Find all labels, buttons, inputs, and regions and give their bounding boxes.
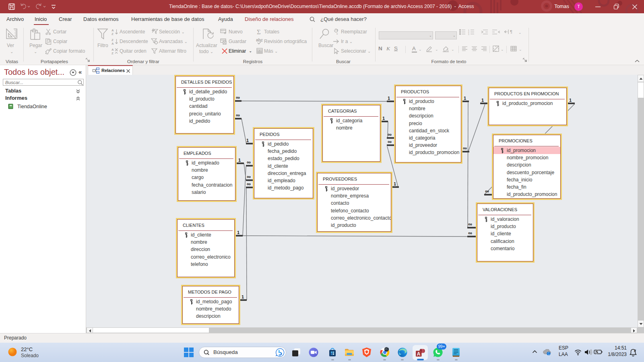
svg-text:c: c (336, 32, 338, 35)
svg-text:1: 1 (246, 138, 249, 143)
svg-text:Z: Z (111, 32, 114, 35)
svg-text:∞: ∞ (236, 112, 240, 118)
svg-text:∞: ∞ (388, 138, 392, 145)
svg-text:¶: ¶ (510, 29, 512, 34)
svg-text:∞: ∞ (388, 131, 392, 138)
svg-text:3: 3 (468, 33, 469, 35)
svg-text:1: 1 (394, 181, 396, 186)
svg-text:1: 1 (464, 96, 466, 101)
svg-text:Z: Z (111, 51, 114, 55)
svg-text:b: b (336, 29, 338, 31)
svg-text:1: 1 (388, 96, 390, 101)
svg-text:1: 1 (242, 294, 244, 299)
svg-text:∞: ∞ (468, 230, 472, 236)
svg-text:Σ: Σ (257, 28, 261, 35)
svg-text:abc: abc (256, 38, 263, 42)
svg-text:1: 1 (382, 116, 385, 121)
svg-text:∞: ∞ (247, 159, 251, 165)
svg-text:∞: ∞ (485, 188, 489, 194)
svg-text:A: A (111, 42, 114, 45)
svg-text:1: 1 (569, 98, 572, 103)
svg-text:∞: ∞ (463, 145, 467, 151)
svg-text:z: z (635, 349, 636, 351)
svg-text:∞: ∞ (247, 173, 251, 180)
svg-text:1: 1 (238, 158, 241, 162)
svg-text:∞: ∞ (468, 221, 472, 227)
svg-text:1: 1 (237, 230, 239, 235)
svg-text:∞: ∞ (236, 94, 240, 101)
svg-text:1: 1 (481, 98, 484, 103)
svg-text:∞: ∞ (247, 181, 251, 187)
svg-text:A: A (417, 351, 421, 357)
